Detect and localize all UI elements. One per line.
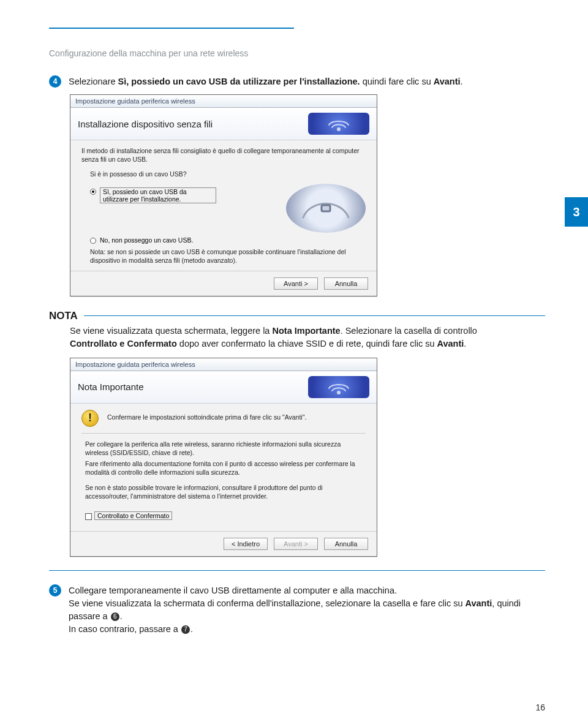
cancel-button[interactable]: Annulla xyxy=(324,538,368,550)
t: Avanti xyxy=(434,77,461,86)
usb-cable-icon xyxy=(286,184,366,233)
radio-yes[interactable] xyxy=(90,189,96,195)
wizard-body: Il metodo di installazione senza fili co… xyxy=(70,140,377,271)
svg-point-0 xyxy=(337,128,340,130)
wireless-icon xyxy=(308,113,369,135)
t: In caso contrario, passare a xyxy=(69,624,181,634)
nota-label: NOTA xyxy=(49,310,78,322)
step-number-5: 5 xyxy=(49,584,61,597)
t: . Selezionare la casella di controllo xyxy=(341,326,477,336)
t: . xyxy=(461,77,463,86)
chapter-tab: 3 xyxy=(565,197,588,227)
page-number: 16 xyxy=(535,703,545,712)
wizard-title: Installazione dispositivo senza fili xyxy=(78,119,213,129)
back-button[interactable]: < Indietro xyxy=(224,538,268,550)
svg-rect-1 xyxy=(322,205,330,211)
ref-7: 7 xyxy=(181,625,190,634)
nota-heading: NOTA xyxy=(49,310,545,322)
step-number-4: 4 xyxy=(49,75,61,88)
nota-bottom-rule xyxy=(49,570,545,571)
t: Collegare temporaneamente il cavo USB di… xyxy=(69,586,397,595)
t: Se viene visualizzata questa schermata, … xyxy=(70,326,272,336)
next-button-disabled: Avanti > xyxy=(274,538,318,550)
p2: Fare riferimento alla documentazione for… xyxy=(85,459,366,477)
p1: Per collegare la periferica alla rete wi… xyxy=(85,440,366,457)
section-title: Configurazione della macchina per una re… xyxy=(49,48,545,58)
wizard2-titlebar: Impostazione guidata periferica wireless xyxy=(70,358,377,371)
wireless-icon xyxy=(308,376,369,398)
alert-icon: ! xyxy=(81,410,99,427)
t: Avanti xyxy=(466,598,492,608)
wizard-titlebar: Impostazione guidata periferica wireless xyxy=(70,95,377,108)
t: Nota Importante xyxy=(272,326,340,336)
radio-no-row[interactable]: No, non posseggo un cavo USB. xyxy=(90,236,366,244)
nota-body: Se viene visualizzata questa schermata, … xyxy=(70,325,545,350)
step-4: 4 Selezionare Sì, possiedo un cavo USB d… xyxy=(49,75,545,88)
p3: Se non è stato possibile trovare le info… xyxy=(85,483,366,500)
wizard-intro: Il metodo di installazione senza fili co… xyxy=(81,146,366,164)
confirm-checkbox[interactable] xyxy=(85,513,92,520)
wizard-question: Si è in possesso di un cavo USB? xyxy=(90,170,366,178)
radio-no-label: No, non posseggo un cavo USB. xyxy=(100,236,193,244)
step-5: 5 Collegare temporaneamente il cavo USB … xyxy=(49,584,545,636)
wizard-nota: Impostazione guidata periferica wireless… xyxy=(70,358,377,557)
wizard-note: Nota: se non si possiede un cavo USB è c… xyxy=(90,247,347,265)
top-rule xyxy=(49,28,294,29)
nota-rule xyxy=(84,315,545,316)
step-5-text: Collegare temporaneamente il cavo USB di… xyxy=(69,584,545,636)
t: Controllato e Confermato xyxy=(70,339,177,348)
t: . xyxy=(464,339,466,348)
t: Avanti xyxy=(437,339,464,348)
t: dopo aver confermato la chiave SSID e di… xyxy=(177,339,437,348)
t: Se viene visualizzata la schermata di co… xyxy=(69,598,466,608)
svg-point-2 xyxy=(337,391,340,394)
wizard-usb: Impostazione guidata periferica wireless… xyxy=(70,94,377,296)
cancel-button[interactable]: Annulla xyxy=(324,277,368,290)
t: Selezionare xyxy=(69,77,118,86)
wizard2-title: Nota Importante xyxy=(78,382,144,392)
step-4-text: Selezionare Sì, possiedo un cavo USB da … xyxy=(69,75,545,88)
wizard2-confirm: Confermare le impostazioni sottoindicate… xyxy=(107,413,306,421)
radio-yes-label: Sì, possiedo un cavo USB da utilizzare p… xyxy=(100,187,216,203)
wizard2-footer: < Indietro Avanti > Annulla xyxy=(70,531,377,556)
t: Sì, possiedo un cavo USB da utilizzare p… xyxy=(118,77,360,86)
wizard-header: Installazione dispositivo senza fili xyxy=(70,108,377,140)
radio-no[interactable] xyxy=(90,238,96,244)
wizard2-body: ! Confermare le impostazioni sottoindica… xyxy=(70,404,377,531)
checkbox-row[interactable]: Controllato e Confermato xyxy=(85,511,366,520)
ref-6: 6 xyxy=(111,612,119,621)
checkbox-label: Controllato e Confermato xyxy=(94,511,172,520)
wizard-footer: Avanti > Annulla xyxy=(70,271,377,296)
radio-yes-row[interactable]: Sì, possiedo un cavo USB da utilizzare p… xyxy=(90,187,216,203)
t: quindi fare clic su xyxy=(360,77,434,86)
t: . xyxy=(120,611,123,621)
t: . xyxy=(190,624,193,634)
next-button[interactable]: Avanti > xyxy=(274,277,318,290)
wizard2-header: Nota Importante xyxy=(70,371,377,404)
